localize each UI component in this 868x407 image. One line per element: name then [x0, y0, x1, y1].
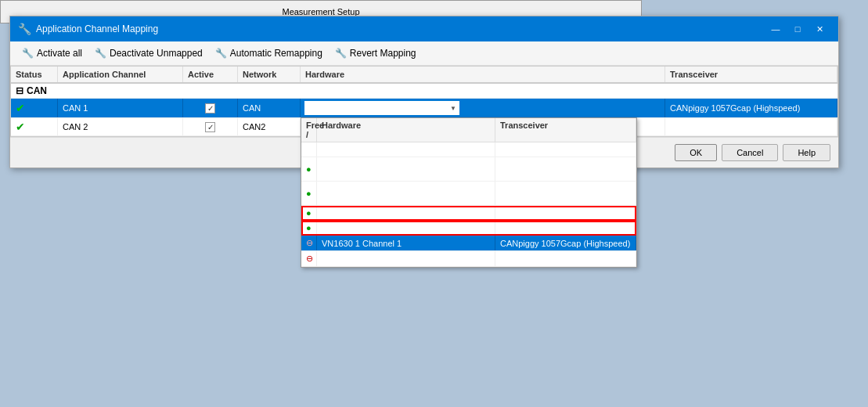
row2-transceiver [665, 118, 837, 135]
popup-row-vn1630-ch2-icon: ⊖ [301, 251, 317, 266]
popup-row-vn1630-ch3-transceiver: On board CAN 1051cap(Highspeed) [495, 157, 636, 181]
popup-hardware-header: Hardware [317, 118, 495, 142]
channel-mapping-table: Status Application Channel Active Networ… [10, 66, 838, 137]
revert-icon: 🔧 [335, 48, 347, 59]
popup-row-vn1630-ch4-hardware: VN1630 1 Channel 4 [317, 182, 495, 205]
popup-none-transceiver [495, 142, 636, 157]
popup-row-virtual-ch2-hardware: Virtual CAN Bus 1 Channel 2 [317, 221, 495, 235]
table-row[interactable]: ✔ CAN 1 CAN VN1630 1 Channel 1 ▼ Free / [11, 99, 837, 118]
row1-network: CAN [238, 99, 301, 117]
popup-transceiver-header: Transceiver [495, 118, 636, 142]
can-group-row: ⊟ CAN [11, 84, 837, 99]
revert-mapping-label: Revert Mapping [350, 48, 416, 59]
help-button[interactable]: Help [783, 144, 830, 161]
status-column-header: Status [11, 67, 58, 82]
row1-active-cell [183, 99, 238, 117]
popup-row-vn1630-ch3-hardware: VN1630 1 Channel 3 [317, 157, 495, 181]
window-icon: 🔧 [18, 23, 31, 35]
revert-mapping-button[interactable]: 🔧 Revert Mapping [330, 45, 422, 62]
popup-row-vn1630-ch4-transceiver: On board CAN 1051cap(Highspeed) [495, 182, 636, 205]
popup-free-header: Free / [301, 118, 317, 142]
popup-row-vn1630-ch4[interactable]: ● VN1630 1 Channel 4 On board CAN 1051ca… [301, 182, 636, 206]
popup-row-virtual-ch2-transceiver: Virtual CAN [495, 221, 636, 235]
activate-all-label: Activate all [37, 48, 82, 59]
popup-row-virtual-ch1-icon: ● [301, 206, 317, 220]
row1-status: ✔ [11, 99, 58, 117]
row2-network: CAN2 [238, 118, 301, 135]
group-label: CAN [27, 85, 47, 96]
deactivate-unmapped-label: Deactivate Unmapped [110, 48, 203, 59]
table-header: Status Application Channel Active Networ… [11, 67, 837, 84]
automatic-remapping-button[interactable]: 🔧 Automatic Remapping [210, 45, 328, 62]
popup-row-vn1630-ch3[interactable]: ● VN1630 1 Channel 3 On board CAN 1051ca… [301, 157, 636, 182]
popup-row-vn1630-ch3-icon: ● [301, 157, 317, 181]
row2-active-checkbox[interactable] [205, 122, 215, 132]
row2-status-icon: ✔ [16, 121, 25, 133]
cancel-button[interactable]: Cancel [722, 144, 778, 161]
group-expand-icon[interactable]: ⊟ [16, 85, 23, 96]
row1-hardware: VN1630 1 Channel 1 ▼ Free / Hardware Tra… [301, 99, 665, 117]
deactivate-unmapped-button[interactable]: 🔧 Deactivate Unmapped [89, 45, 208, 62]
popup-row-virtual-ch2[interactable]: ● Virtual CAN Bus 1 Channel 2 Virtual CA… [301, 221, 636, 236]
toolbar: 🔧 Activate all 🔧 Deactivate Unmapped 🔧 A… [10, 41, 838, 66]
row1-status-icon: ✔ [16, 102, 25, 114]
row2-app-channel: CAN 2 [58, 118, 183, 135]
popup-none-icon [301, 142, 317, 157]
transceiver-column-header: Transceiver [665, 67, 837, 82]
popup-row-vn1630-ch1-icon: ⊖ [301, 236, 317, 250]
hardware-dropdown[interactable]: VN1630 1 Channel 1 ▼ [304, 100, 460, 116]
row1-app-channel: CAN 1 [58, 99, 183, 117]
maximize-button[interactable]: □ [787, 21, 809, 37]
popup-header: Free / Hardware Transceiver [301, 118, 636, 142]
row1-active-checkbox[interactable] [205, 103, 215, 113]
popup-row-vn1630-ch2-transceiver: CANpiggy 1057Gcap (Highspeed) [495, 251, 636, 266]
close-button[interactable]: ✕ [809, 21, 830, 37]
popup-row-vn1630-ch1-hardware: VN1630 1 Channel 1 [317, 236, 495, 250]
title-bar: 🔧 Application Channel Mapping — □ ✕ [10, 16, 838, 41]
popup-row-virtual-ch1-hardware: Virtual CAN Bus 1 Channel 1 [317, 206, 495, 220]
ok-button[interactable]: OK [675, 144, 717, 161]
activate-all-button[interactable]: 🔧 Activate all [16, 45, 88, 62]
popup-row-vn1630-ch2[interactable]: ⊖ VN1630 1 Channel 2 CANpiggy 1057Gcap (… [301, 251, 636, 267]
active-column-header: Active [183, 67, 238, 82]
network-column-header: Network [238, 67, 301, 82]
window-title: Application Channel Mapping [36, 23, 158, 34]
deactivate-icon: 🔧 [95, 48, 106, 59]
remap-icon: 🔧 [215, 48, 227, 59]
hardware-dropdown-value: VN1630 1 Channel 1 [308, 103, 394, 113]
minimize-button[interactable]: — [765, 21, 787, 37]
popup-row-vn1630-ch1-transceiver: CANpiggy 1057Gcap (Highspeed) [495, 236, 636, 250]
popup-row-vn1630-ch1[interactable]: ⊖ VN1630 1 Channel 1 CANpiggy 1057Gcap (… [301, 236, 636, 251]
popup-row-virtual-ch2-icon: ● [301, 221, 317, 235]
popup-row-virtual-ch1-transceiver: Virtual CAN [495, 206, 636, 220]
automatic-remapping-label: Automatic Remapping [230, 48, 322, 59]
chevron-down-icon: ▼ [450, 105, 456, 112]
popup-row-vn1630-ch4-icon: ● [301, 182, 317, 205]
activate-all-icon: 🔧 [22, 48, 34, 59]
popup-row-vn1630-ch2-hardware: VN1630 1 Channel 2 [317, 251, 495, 266]
row2-active-cell [183, 118, 238, 135]
popup-none-hardware: None [317, 142, 495, 157]
hardware-column-header: Hardware [301, 67, 665, 82]
app-channel-column-header: Application Channel [58, 67, 183, 82]
row1-transceiver: CANpiggy 1057Gcap (Highspeed) [665, 99, 837, 117]
row2-status: ✔ [11, 118, 58, 135]
popup-row-virtual-ch1[interactable]: ● Virtual CAN Bus 1 Channel 1 Virtual CA… [301, 206, 636, 221]
hardware-dropdown-popup: Free / Hardware Transceiver None ● [301, 117, 637, 268]
popup-row-none[interactable]: None [301, 142, 636, 157]
